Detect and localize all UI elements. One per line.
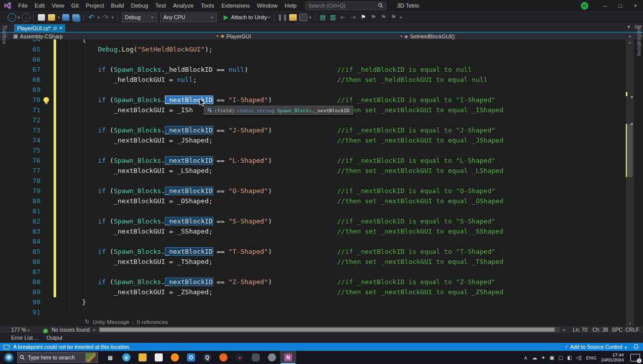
- display-tray-icon[interactable]: ◧: [567, 355, 572, 360]
- code-line-79[interactable]: 79 if (Spawn_Blocks._nextBlockID == "O-S…: [9, 186, 626, 196]
- line-number[interactable]: 81: [9, 206, 40, 216]
- menu-build[interactable]: Build: [108, 0, 128, 11]
- code-editor[interactable]: 64 {65 Debug.Log("SetHeldBlockGUI");6667…: [9, 39, 626, 326]
- line-number[interactable]: 89: [9, 287, 40, 297]
- line-number[interactable]: 71: [9, 105, 40, 115]
- code-text[interactable]: {: [66, 39, 86, 44]
- language-indicator[interactable]: ENG: [586, 355, 596, 360]
- line-number[interactable]: 77: [9, 166, 40, 176]
- line-number[interactable]: 86: [9, 257, 40, 267]
- toolbar-overflow-icon[interactable]: ▾: [400, 15, 402, 20]
- bookmark-icon[interactable]: ⚑: [359, 13, 368, 22]
- code-line-77[interactable]: 77 _nextBlockGUI = _LShaped;//then set _…: [9, 166, 626, 176]
- edge-icon[interactable]: e: [118, 351, 134, 364]
- code-line-78[interactable]: 78: [9, 176, 626, 186]
- code-text[interactable]: if (Spawn_Blocks._heldBlockID == null): [66, 65, 248, 75]
- line-number[interactable]: 91: [9, 307, 40, 317]
- line-number[interactable]: 79: [9, 186, 40, 196]
- search-highlight-image[interactable]: [85, 353, 96, 362]
- run-dropdown-icon[interactable]: ▾: [268, 15, 270, 20]
- menu-test[interactable]: Test: [152, 0, 169, 11]
- health-indicator[interactable]: ✓ No issues found: [43, 326, 89, 334]
- code-line-66[interactable]: 66: [9, 55, 626, 65]
- line-number[interactable]: 78: [9, 176, 40, 186]
- back-dropdown-icon[interactable]: ▾: [18, 15, 20, 20]
- vertical-scrollbar[interactable]: ▴ ▾: [626, 39, 634, 326]
- frame-dropdown-icon[interactable]: ▾: [309, 15, 311, 20]
- code-line-81[interactable]: 81: [9, 206, 626, 216]
- menu-tools[interactable]: Tools: [197, 0, 218, 11]
- line-number[interactable]: 70: [9, 95, 40, 105]
- code-line-73[interactable]: 73 if (Spawn_Blocks._nextBlockID == "J-S…: [9, 125, 626, 135]
- code-line-74[interactable]: 74 _nextBlockGUI = _JShaped;//then set _…: [9, 135, 626, 146]
- code-line-84[interactable]: 84: [9, 237, 626, 247]
- code-text[interactable]: _nextBlockGUI = _TShaped;: [66, 257, 213, 267]
- hidden-icons-chevron[interactable]: ∧: [524, 355, 527, 360]
- pc-tray-icon[interactable]: ▢: [558, 355, 563, 360]
- code-text[interactable]: Debug.Log("SetHeldBlockGUI");: [66, 44, 213, 55]
- code-line-68[interactable]: 68 _heldBlockGUI = null;//then set _held…: [9, 75, 626, 85]
- taskbar-search-box[interactable]: Type here to search: [17, 352, 98, 363]
- close-button[interactable]: ×: [628, 0, 643, 11]
- tab-playergui[interactable]: PlayerGUI.cs* ⊙ ×: [14, 24, 65, 32]
- decrease-indent-icon[interactable]: ⇤: [339, 13, 348, 22]
- comment-out-icon[interactable]: ▤: [318, 13, 328, 22]
- save-icon[interactable]: [61, 13, 70, 22]
- redo-dropdown-icon[interactable]: ▾: [112, 15, 114, 20]
- error-list-tab[interactable]: Error List ...: [11, 335, 38, 341]
- firefox-icon[interactable]: [167, 351, 183, 364]
- source-control-caret-icon[interactable]: ▴: [625, 345, 627, 349]
- open-dropdown-icon[interactable]: ▾: [58, 15, 60, 20]
- volume-icon[interactable]: ◁): [576, 355, 581, 360]
- user-avatar[interactable]: JC: [581, 2, 588, 10]
- code-line-76[interactable]: 76 if (Spawn_Blocks._nextBlockID == "L-S…: [9, 156, 626, 166]
- code-text[interactable]: _nextBlockGUI = _JShaped;: [66, 135, 213, 146]
- scroll-right-icon[interactable]: ▸: [563, 326, 566, 333]
- scroll-left-icon[interactable]: ◂: [93, 326, 95, 333]
- code-line-83[interactable]: 83 _nextBlockGUI = _SShaped;//then set _…: [9, 226, 626, 237]
- code-line-70[interactable]: 70 if (Spawn_Blocks._nextBlockID == "I-S…: [9, 95, 626, 105]
- code-line-91[interactable]: 91: [9, 307, 626, 317]
- line-number[interactable]: 68: [9, 75, 40, 85]
- line-number[interactable]: 73: [9, 125, 40, 135]
- line-number[interactable]: 76: [9, 156, 40, 166]
- menu-help[interactable]: Help: [281, 0, 300, 11]
- horizontal-scrollbar-thumb[interactable]: [100, 328, 555, 332]
- lightbulb-quick-action-icon[interactable]: [43, 97, 49, 103]
- new-file-icon[interactable]: [37, 13, 46, 22]
- split-editor-icon[interactable]: +: [628, 33, 631, 39]
- maximize-button[interactable]: □: [613, 0, 628, 11]
- tab-close-icon[interactable]: ×: [59, 25, 62, 31]
- codelens[interactable]: ↻ Unity Message | 0 references: [85, 318, 168, 325]
- app-orange-icon[interactable]: [215, 351, 232, 364]
- code-line-75[interactable]: 75: [9, 146, 626, 156]
- run-play-icon[interactable]: ▶: [221, 13, 231, 22]
- code-line-86[interactable]: 86 _nextBlockGUI = _TShaped;//then set _…: [9, 257, 626, 267]
- onedrive-icon[interactable]: ☁: [532, 355, 537, 360]
- toolbox-panel-tab[interactable]: Toolbox: [2, 25, 7, 44]
- code-text[interactable]: if (Spawn_Blocks._nextBlockID == "S-Shap…: [66, 216, 272, 226]
- type-dropdown-icon[interactable]: ▾: [216, 34, 218, 38]
- code-text[interactable]: }: [66, 297, 86, 307]
- breadcrumb-member[interactable]: SetHeldBlockGUI(): [410, 33, 455, 39]
- line-number[interactable]: 84: [9, 237, 40, 247]
- code-line-88[interactable]: 88 if (Spawn_Blocks._nextBlockID == "Z-S…: [9, 277, 626, 287]
- app-q-icon[interactable]: Q: [199, 351, 215, 364]
- app-gray-icon[interactable]: [264, 351, 280, 364]
- action-center-icon[interactable]: 2: [630, 354, 640, 361]
- navigate-back-icon[interactable]: ←: [8, 13, 16, 22]
- code-line-87[interactable]: 87: [9, 267, 626, 277]
- code-line-89[interactable]: 89 _nextBlockGUI = _ZShaped;//then set _…: [9, 287, 626, 297]
- frame-navigate-icon[interactable]: [299, 13, 308, 22]
- solution-configuration-dropdown[interactable]: Debug▾: [122, 13, 157, 22]
- search-box[interactable]: Search (Ctrl+Q): [305, 2, 386, 10]
- line-number[interactable]: 64: [9, 39, 40, 44]
- outlook-icon[interactable]: O: [183, 351, 199, 364]
- code-line-65[interactable]: 65 Debug.Log("SetHeldBlockGUI");: [9, 44, 626, 55]
- menu-git[interactable]: Git: [68, 0, 82, 11]
- code-line-69[interactable]: 69: [9, 85, 626, 95]
- code-line-64[interactable]: 64 {: [9, 39, 626, 44]
- line-number[interactable]: 88: [9, 277, 40, 287]
- menu-view[interactable]: View: [48, 0, 68, 11]
- line-number[interactable]: 83: [9, 226, 40, 237]
